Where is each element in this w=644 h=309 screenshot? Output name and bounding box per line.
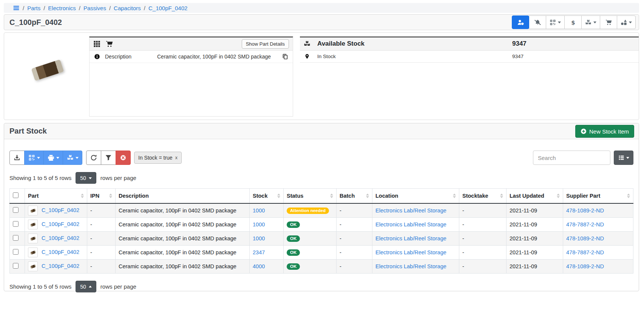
breadcrumb-link[interactable]: C_100pF_0402 <box>148 5 187 11</box>
breadcrumb-link[interactable]: Passives <box>83 5 106 11</box>
cell-stock: 1000 <box>250 203 284 218</box>
breadcrumb-link[interactable]: Capacitors <box>114 5 141 11</box>
funnel-icon <box>105 154 112 161</box>
row-checkbox[interactable] <box>13 249 19 255</box>
cell-ipn: - <box>87 203 116 218</box>
cell-batch: - <box>337 232 372 246</box>
supplier_part-link[interactable]: 478-7887-2-ND <box>566 249 604 255</box>
stock-link[interactable]: 2347 <box>253 249 265 255</box>
columns-button[interactable] <box>614 151 633 165</box>
export-button[interactable] <box>9 151 25 165</box>
order-button[interactable] <box>600 15 617 29</box>
column-header-last_updated[interactable]: Last Updated <box>507 189 563 204</box>
svg-text:$: $ <box>571 19 575 26</box>
part-link[interactable]: C_100pF_0402 <box>42 235 79 241</box>
location-link[interactable]: Electronics Lab/Reel Storage <box>375 221 446 228</box>
part-link[interactable]: C_100pF_0402 <box>42 221 79 227</box>
column-header-stocktake[interactable]: Stocktake <box>459 189 507 204</box>
column-header-part[interactable]: Part <box>25 189 87 204</box>
cart-icon[interactable] <box>106 40 113 48</box>
barcode-actions-button[interactable] <box>546 15 565 29</box>
new-stock-item-button[interactable]: New Stock Item <box>575 125 634 138</box>
part-actions-button[interactable] <box>617 15 636 29</box>
sort-icon[interactable] <box>328 192 333 200</box>
sort-icon[interactable] <box>625 192 630 200</box>
pricing-button[interactable]: $ <box>564 15 582 29</box>
sort-icon[interactable] <box>107 192 112 200</box>
page-size-button[interactable]: 50 <box>76 172 96 184</box>
supplier_part-link[interactable]: 478-1089-2-ND <box>566 263 604 269</box>
copy-icon[interactable] <box>282 54 288 60</box>
reload-table-button[interactable] <box>86 151 101 165</box>
column-header-status[interactable]: Status <box>284 189 337 204</box>
caret-down-icon <box>558 22 561 25</box>
part-link[interactable]: C_100pF_0402 <box>42 207 79 213</box>
column-header-stock[interactable]: Stock <box>250 189 284 204</box>
supplier_part-link[interactable]: 478-1089-2-ND <box>566 208 604 214</box>
column-label: Location <box>375 193 398 199</box>
header-toolbar: $ <box>512 15 636 29</box>
supplier_part-link[interactable]: 478-1089-2-ND <box>566 235 604 241</box>
row-checkbox[interactable] <box>13 207 19 213</box>
available-stock-total: 9347 <box>512 40 635 48</box>
breadcrumb-link[interactable]: Parts <box>27 5 40 11</box>
filter-chip[interactable]: In Stock = true x <box>134 152 182 164</box>
breadcrumb-separator: / <box>43 5 45 11</box>
part-link[interactable]: C_100pF_0402 <box>42 249 79 255</box>
cell-part: C_100pF_0402 <box>25 246 87 260</box>
column-label: Batch <box>340 193 355 199</box>
table-row: C_100pF_0402-Ceramic capacitor, 100pF in… <box>10 260 633 274</box>
stock-actions-button[interactable] <box>581 15 600 29</box>
breadcrumb-link[interactable]: Electronics <box>48 5 76 11</box>
remove-filter-x[interactable]: x <box>175 155 178 160</box>
cell-part: C_100pF_0402 <box>25 203 87 218</box>
print-actions-button[interactable] <box>43 151 63 165</box>
barcode-actions-button[interactable] <box>24 151 44 165</box>
page-size-button[interactable]: 50 <box>76 281 96 292</box>
grid-icon[interactable] <box>93 40 100 48</box>
sort-icon[interactable] <box>79 192 84 200</box>
row-checkbox[interactable] <box>13 235 19 241</box>
supplier_part-link[interactable]: 478-7887-2-ND <box>566 221 604 228</box>
cart-icon <box>605 19 612 26</box>
column-header-batch[interactable]: Batch <box>337 189 372 204</box>
show-part-details-button[interactable]: Show Part Details <box>242 39 289 49</box>
column-header-supplier_part[interactable]: Supplier Part <box>563 189 633 204</box>
part-details-card: Show Part Details Description Ceramic ca… <box>89 37 293 117</box>
part-thumbnail <box>28 248 38 257</box>
search-input[interactable] <box>533 151 610 165</box>
unsubscribe-button[interactable] <box>529 15 546 29</box>
column-header-location[interactable]: Location <box>372 189 459 204</box>
row-checkbox[interactable] <box>13 263 19 269</box>
add-filter-button[interactable] <box>101 151 116 165</box>
stock-link[interactable]: 1000 <box>253 235 265 241</box>
location-link[interactable]: Electronics Lab/Reel Storage <box>375 235 446 241</box>
hamburger-menu-icon[interactable] <box>13 5 20 11</box>
qrcode-icon <box>28 154 35 161</box>
row-checkbox[interactable] <box>13 221 19 227</box>
location-link[interactable]: Electronics Lab/Reel Storage <box>375 249 446 255</box>
column-header-check[interactable] <box>10 189 25 204</box>
cell-last_updated: 2021-11-09 <box>507 246 563 260</box>
stock-link[interactable]: 4000 <box>253 263 265 269</box>
location-link[interactable]: Electronics Lab/Reel Storage <box>375 208 446 214</box>
cell-last_updated: 2021-11-09 <box>507 203 563 218</box>
cell-batch: - <box>337 218 372 232</box>
part-thumbnail-image[interactable] <box>24 46 71 94</box>
caret-down-icon <box>89 177 92 181</box>
part-link[interactable]: C_100pF_0402 <box>42 263 79 269</box>
stock-link[interactable]: 1000 <box>253 221 265 228</box>
location-link[interactable]: Electronics Lab/Reel Storage <box>375 263 446 269</box>
select-all-checkbox[interactable] <box>13 192 19 198</box>
clear-filters-button[interactable] <box>116 151 131 165</box>
stock-link[interactable]: 1000 <box>253 208 265 214</box>
sort-icon[interactable] <box>275 192 280 200</box>
sort-icon[interactable] <box>498 192 503 200</box>
available-stock-header: Available Stock 9347 <box>300 37 639 51</box>
admin-user-button[interactable] <box>512 15 529 29</box>
sort-icon[interactable] <box>554 192 560 200</box>
column-header-ipn[interactable]: IPN <box>87 189 116 204</box>
sort-icon[interactable] <box>451 192 456 200</box>
sort-icon[interactable] <box>364 192 369 200</box>
stock-options-button[interactable] <box>63 151 82 165</box>
